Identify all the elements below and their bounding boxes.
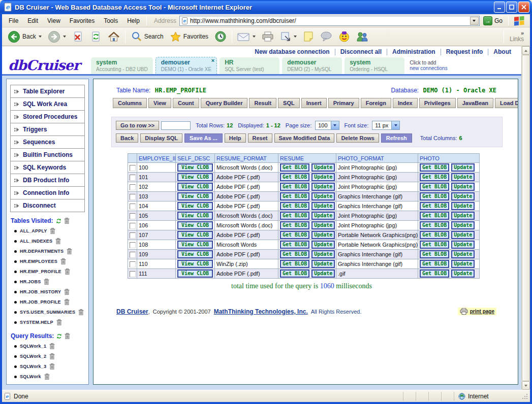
row-checkbox[interactable] <box>130 165 136 171</box>
nav-link-administration[interactable]: Administration <box>387 48 441 55</box>
resize-grip[interactable] <box>522 393 528 399</box>
get-blob-button[interactable]: Get BLOB <box>280 221 309 229</box>
view-clob-button[interactable]: View CLOB <box>177 260 213 268</box>
visited-table-link[interactable]: HR.DEPARTMENTS <box>20 249 64 254</box>
menu-edit[interactable]: Edit <box>23 16 43 26</box>
address-bar[interactable]: e http://www.maththinking.com/dbcruiser/ <box>179 16 480 26</box>
get-blob-button[interactable]: Get BLOB <box>420 163 449 172</box>
nav-link-about[interactable]: About <box>488 48 516 55</box>
view-clob-button[interactable]: View CLOB <box>177 250 213 258</box>
update-button[interactable]: Update <box>451 183 475 191</box>
close-button[interactable] <box>518 2 529 13</box>
view-clob-button[interactable]: View CLOB <box>177 221 213 229</box>
update-button[interactable]: Update <box>311 202 335 210</box>
delete-rows-button[interactable]: Delete Rows <box>336 133 379 143</box>
row-checkbox[interactable] <box>130 194 136 200</box>
font-size-select[interactable]: 11 px <box>372 121 400 130</box>
sidebar-item-sequences[interactable]: Sequences <box>11 136 84 149</box>
connection-tab[interactable]: HRSQL Server (test) <box>220 57 279 74</box>
nav-link-request-info[interactable]: Request info <box>441 48 488 55</box>
get-blob-button[interactable]: Get BLOB <box>420 221 449 229</box>
trash-icon[interactable] <box>49 343 55 349</box>
menu-favorites[interactable]: Favorites <box>65 16 99 26</box>
query-result-link[interactable]: SQLWork_3 <box>20 364 46 369</box>
update-button[interactable]: Update <box>311 173 335 181</box>
query-result-link[interactable]: SQLWork <box>20 374 41 379</box>
trash-icon[interactable] <box>49 353 55 359</box>
get-blob-button[interactable]: Get BLOB <box>280 192 309 200</box>
sidebar-item-sql-keywords[interactable]: SQL Keywords <box>11 161 84 174</box>
update-button[interactable]: Update <box>311 221 335 229</box>
tab-close-icon[interactable]: × <box>211 58 214 63</box>
get-blob-button[interactable]: Get BLOB <box>280 163 309 172</box>
update-button[interactable]: Update <box>451 192 475 200</box>
refresh-button[interactable] <box>87 29 104 45</box>
trash-icon[interactable] <box>64 299 70 305</box>
get-blob-button[interactable]: Get BLOB <box>420 192 449 200</box>
view-clob-button[interactable]: View CLOB <box>177 163 213 172</box>
scroll-down-button[interactable] <box>522 381 530 390</box>
trash-icon[interactable] <box>65 333 70 339</box>
get-blob-button[interactable]: Get BLOB <box>420 241 449 249</box>
visited-table-link[interactable]: HR.JOB_PROFILE <box>20 299 61 305</box>
get-blob-button[interactable]: Get BLOB <box>280 270 309 278</box>
add-connection-hint[interactable]: Click to add new connections <box>404 59 448 74</box>
get-blob-button[interactable]: Get BLOB <box>420 250 449 258</box>
update-button[interactable]: Update <box>451 173 475 181</box>
row-checkbox[interactable] <box>130 232 136 239</box>
connection-tab[interactable]: systemOrdering - HSQL <box>345 57 404 74</box>
row-checkbox[interactable] <box>130 252 136 258</box>
refresh-list-icon[interactable] <box>56 333 62 339</box>
tab-privileges[interactable]: Privileges <box>419 98 456 108</box>
trash-icon[interactable] <box>60 258 66 264</box>
update-button[interactable]: Update <box>451 221 475 229</box>
update-button[interactable]: Update <box>311 250 335 258</box>
tab-view[interactable]: View <box>148 98 171 108</box>
refresh-button[interactable]: Refresh <box>381 133 412 143</box>
view-clob-button[interactable]: View CLOB <box>177 231 213 239</box>
connection-tab[interactable]: demouserDEMO (2) - MySQL <box>282 57 342 74</box>
update-button[interactable]: Update <box>311 241 335 249</box>
query-result-link[interactable]: SQLWork_1 <box>20 344 46 349</box>
links-chevron-icon[interactable]: » <box>521 30 524 36</box>
get-blob-button[interactable]: Get BLOB <box>280 260 309 268</box>
back-button[interactable]: Back <box>5 28 44 45</box>
trash-icon[interactable] <box>49 363 55 369</box>
tab-sql[interactable]: SQL <box>278 98 300 108</box>
get-blob-button[interactable]: Get BLOB <box>280 212 309 220</box>
nav-link-disconnect-all[interactable]: Disconnect all <box>335 48 387 55</box>
notes-button[interactable] <box>300 29 317 44</box>
view-clob-button[interactable]: View CLOB <box>177 173 213 181</box>
trash-icon[interactable] <box>55 238 61 244</box>
visited-table-link[interactable]: HR.EMPLOYEES <box>20 259 57 264</box>
view-clob-button[interactable]: View CLOB <box>177 192 213 200</box>
get-blob-button[interactable]: Get BLOB <box>420 183 449 191</box>
update-button[interactable]: Update <box>451 202 475 210</box>
row-checkbox[interactable] <box>130 223 136 229</box>
view-clob-button[interactable]: View CLOB <box>177 183 213 191</box>
sidebar-item-disconnect[interactable]: Disconnect <box>11 199 84 212</box>
reset-button[interactable]: Reset <box>248 133 272 143</box>
get-blob-button[interactable]: Get BLOB <box>420 173 449 181</box>
update-button[interactable]: Update <box>311 183 335 191</box>
view-clob-button[interactable]: View CLOB <box>177 202 213 210</box>
visited-table-link[interactable]: ALL_INDEXES <box>20 239 52 244</box>
get-blob-button[interactable]: Get BLOB <box>280 250 309 258</box>
tab-query-builder[interactable]: Query Builder <box>201 98 248 108</box>
links-toolbar[interactable]: » Links <box>501 30 527 43</box>
trash-icon[interactable] <box>64 218 70 224</box>
tab-javabean[interactable]: JavaBean <box>457 98 493 108</box>
brand-link[interactable]: DB Cruiser <box>116 308 148 315</box>
update-button[interactable]: Update <box>451 250 475 258</box>
refresh-list-icon[interactable] <box>56 218 61 224</box>
trash-icon[interactable] <box>44 374 50 380</box>
get-blob-button[interactable]: Get BLOB <box>420 260 449 268</box>
visited-table-link[interactable]: HR.JOB_HISTORY <box>20 289 61 294</box>
trash-icon[interactable] <box>78 309 84 315</box>
update-button[interactable]: Update <box>311 212 335 220</box>
vertical-scrollbar[interactable] <box>521 46 530 390</box>
tab-columns[interactable]: Columns <box>113 98 147 108</box>
goto-row-button[interactable]: Go to row >> <box>116 121 159 130</box>
tab-foreign[interactable]: Foreign <box>361 98 391 108</box>
connection-tab[interactable]: systemAccounting - DB2 UBD <box>91 57 153 74</box>
